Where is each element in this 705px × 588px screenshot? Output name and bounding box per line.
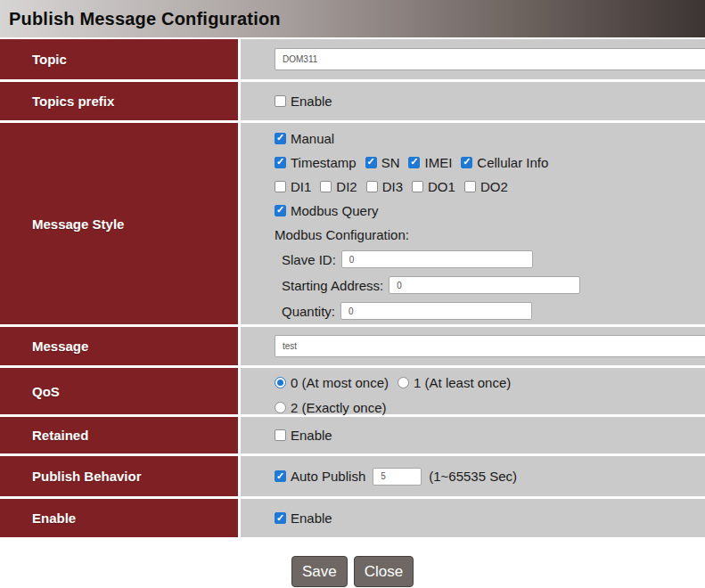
row-retained: Retained Enable — [0, 417, 705, 453]
do2-option[interactable]: DO2 — [464, 179, 508, 194]
publish-message-configuration-page: Publish Message Configuration Topic Topi… — [0, 0, 705, 587]
enable-option[interactable]: Enable — [275, 510, 332, 526]
starting-address-label: Starting Address: — [282, 278, 383, 293]
message-style-label: Message Style — [0, 123, 238, 324]
manual-option[interactable]: Manual — [275, 131, 334, 146]
retained-content: Enable — [241, 417, 705, 453]
timestamp-option[interactable]: Timestamp — [275, 155, 357, 170]
topics-prefix-label: Topics prefix — [0, 82, 238, 120]
auto-publish-option[interactable]: Auto Publish — [275, 469, 365, 484]
di3-label: DI3 — [382, 179, 403, 194]
topics-prefix-content: Enable — [241, 82, 705, 120]
di1-checkbox[interactable] — [275, 181, 286, 192]
qos-2-label: 2 (Exactly once) — [291, 400, 387, 415]
slave-id-label: Slave ID: — [282, 252, 336, 267]
qos-label: QoS — [0, 368, 238, 414]
qos-line-1: 0 (At most once) 1 (At least once) — [275, 374, 511, 390]
topics-prefix-enable-option[interactable]: Enable — [275, 94, 332, 109]
cellular-info-label: Cellular Info — [477, 155, 548, 170]
manual-label: Manual — [291, 131, 334, 146]
button-bar: Save Close — [0, 537, 705, 587]
row-topics-prefix: Topics prefix Enable — [0, 82, 705, 120]
di1-label: DI1 — [291, 179, 311, 194]
di1-option[interactable]: DI1 — [275, 179, 311, 194]
di2-checkbox[interactable] — [320, 181, 332, 192]
publish-behavior-content: Auto Publish (1~65535 Sec) — [241, 456, 705, 496]
di3-checkbox[interactable] — [366, 181, 378, 192]
timestamp-label: Timestamp — [291, 155, 357, 170]
configuration-table: Topic Topics prefix Enable Message Style — [0, 37, 705, 537]
quantity-input[interactable] — [340, 302, 532, 320]
cellular-info-option[interactable]: Cellular Info — [461, 155, 548, 170]
qos-0-radio[interactable] — [275, 377, 286, 388]
cellular-info-checkbox[interactable] — [461, 157, 472, 168]
manual-line: Manual — [275, 130, 334, 146]
row-message-style: Message Style Manual Timestamp SN — [0, 123, 705, 324]
do2-label: DO2 — [480, 179, 508, 194]
qos-1-label: 1 (At least once) — [414, 375, 511, 390]
quantity-label: Quantity: — [282, 304, 335, 319]
imei-option[interactable]: IMEI — [408, 155, 452, 170]
qos-line-2: 2 (Exactly once) — [275, 399, 387, 415]
slave-id-input[interactable] — [341, 250, 533, 268]
meta-options-line: Timestamp SN IMEI Cellular Info — [275, 154, 548, 170]
qos-1-option[interactable]: 1 (At least once) — [398, 375, 511, 390]
retained-enable-checkbox[interactable] — [275, 429, 286, 441]
message-label: Message — [0, 327, 238, 365]
do1-label: DO1 — [428, 179, 455, 194]
di2-option[interactable]: DI2 — [320, 179, 357, 194]
row-topic: Topic — [0, 39, 705, 79]
message-style-content: Manual Timestamp SN IMEI — [241, 123, 705, 324]
auto-publish-checkbox[interactable] — [275, 470, 286, 482]
close-button[interactable]: Close — [354, 556, 414, 587]
topics-prefix-enable-label: Enable — [291, 94, 332, 109]
row-publish-behavior: Publish Behavior Auto Publish (1~65535 S… — [0, 456, 705, 496]
starting-address-input[interactable] — [389, 276, 580, 294]
qos-0-option[interactable]: 0 (At most once) — [275, 375, 389, 390]
modbus-config-title: Modbus Configuration: — [275, 227, 409, 242]
topics-prefix-enable-checkbox[interactable] — [275, 95, 286, 107]
message-input[interactable] — [275, 335, 705, 357]
enable-row-label: Enable — [0, 499, 238, 537]
row-enable: Enable Enable — [0, 499, 705, 537]
do1-checkbox[interactable] — [412, 181, 423, 192]
slave-id-line: Slave ID: — [275, 250, 533, 268]
enable-row-content: Enable — [241, 499, 705, 537]
starting-address-line: Starting Address: — [275, 276, 580, 294]
imei-checkbox[interactable] — [408, 157, 420, 168]
enable-checkbox[interactable] — [275, 512, 286, 524]
sn-label: SN — [381, 155, 400, 170]
do2-checkbox[interactable] — [464, 181, 476, 192]
qos-2-option[interactable]: 2 (Exactly once) — [275, 400, 387, 415]
di3-option[interactable]: DI3 — [366, 179, 403, 194]
qos-0-label: 0 (At most once) — [291, 375, 389, 390]
page-title: Publish Message Configuration — [9, 9, 281, 29]
do1-option[interactable]: DO1 — [412, 179, 455, 194]
quantity-line: Quantity: — [275, 302, 532, 320]
enable-label: Enable — [291, 510, 332, 526]
qos-1-radio[interactable] — [398, 377, 409, 388]
page-header: Publish Message Configuration — [0, 0, 705, 37]
modbus-query-option[interactable]: Modbus Query — [275, 203, 378, 218]
topic-content — [241, 39, 705, 79]
di2-label: DI2 — [336, 179, 357, 194]
sn-option[interactable]: SN — [365, 155, 400, 170]
retained-enable-option[interactable]: Enable — [275, 428, 332, 443]
save-button[interactable]: Save — [291, 556, 348, 587]
auto-publish-label: Auto Publish — [291, 469, 365, 484]
auto-publish-interval-input[interactable] — [373, 468, 422, 486]
modbus-query-checkbox[interactable] — [275, 205, 286, 216]
sn-checkbox[interactable] — [365, 157, 377, 168]
qos-2-radio[interactable] — [275, 402, 286, 413]
retained-label: Retained — [0, 417, 238, 453]
topic-label: Topic — [0, 39, 238, 79]
row-qos: QoS 0 (At most once) 1 (At least once) — [0, 368, 705, 414]
retained-enable-label: Enable — [291, 428, 332, 443]
imei-label: IMEI — [424, 155, 452, 170]
qos-content: 0 (At most once) 1 (At least once) 2 (Ex… — [241, 368, 705, 414]
topic-input[interactable] — [275, 48, 705, 70]
message-content — [241, 327, 705, 365]
io-options-line: DI1 DI2 DI3 DO1 — [275, 178, 508, 194]
timestamp-checkbox[interactable] — [275, 157, 286, 168]
manual-checkbox[interactable] — [275, 133, 286, 144]
